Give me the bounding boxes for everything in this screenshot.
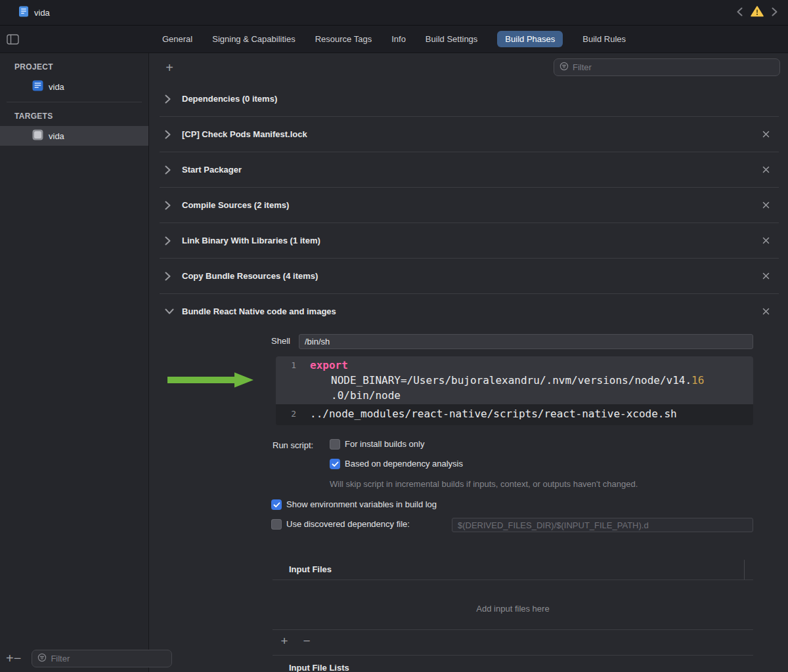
close-icon[interactable] (760, 128, 772, 140)
discovered-dependency-label: Use discovered dependency file: (286, 519, 410, 530)
disclosure-chevron-icon[interactable] (165, 165, 177, 175)
window-title: vida (34, 8, 50, 18)
phase-title: Start Packager (182, 165, 242, 175)
add-target-button[interactable]: + (6, 652, 14, 665)
warning-icon[interactable] (751, 6, 764, 19)
titlebar: vida (0, 0, 788, 26)
phase-row-link-binary[interactable]: Link Binary With Libraries (1 item) (160, 223, 779, 259)
phase-title: Link Binary With Libraries (1 item) (182, 236, 320, 245)
remove-target-button[interactable]: − (14, 652, 22, 665)
add-input-file-button[interactable]: + (278, 635, 291, 648)
build-phases-editor: + Dependencies (0 items) [CP] Check Pods… (149, 53, 788, 672)
phase-row-start-packager[interactable]: Start Packager (160, 152, 779, 188)
tab-info[interactable]: Info (391, 31, 406, 47)
phase-row-copy-bundle-resources[interactable]: Copy Bundle Resources (4 items) (160, 259, 779, 294)
add-build-phase-button[interactable]: + (160, 61, 179, 74)
phases-filter-input[interactable] (573, 62, 774, 72)
section-divider (273, 655, 753, 656)
for-install-builds-row: For install builds only (330, 439, 424, 450)
phase-title: Bundle React Native code and images (182, 306, 336, 316)
close-icon[interactable] (760, 270, 772, 282)
tab-general[interactable]: General (162, 31, 192, 47)
disclosure-chevron-icon[interactable] (165, 94, 177, 104)
close-icon[interactable] (760, 163, 772, 176)
path-token: NODE_BINARY=/Users/bujoralexandru/.nvm/v… (331, 374, 691, 387)
phases-filter-field[interactable] (554, 58, 780, 76)
project-section-header: PROJECT (0, 53, 148, 75)
for-install-builds-label: For install builds only (345, 439, 424, 450)
phase-title: Dependencies (0 items) (182, 94, 277, 104)
dependency-analysis-note: Will skip script in incremental builds i… (330, 479, 638, 489)
project-navigator-sidebar: PROJECT vida TARGETS vida + − (0, 53, 149, 672)
for-install-builds-checkbox[interactable] (330, 439, 340, 450)
document-icon (18, 6, 29, 19)
close-icon[interactable] (760, 199, 772, 211)
line-number: 1 (276, 358, 305, 373)
number-token: 16 (691, 374, 704, 387)
sidebar-item-project-vida[interactable]: vida (0, 77, 148, 96)
tab-build-rules[interactable]: Build Rules (582, 31, 626, 47)
targets-section-header: TARGETS (0, 102, 148, 125)
phase-row-dependencies[interactable]: Dependencies (0 items) (160, 81, 779, 117)
back-chevron-icon[interactable] (737, 7, 743, 18)
shell-path-field[interactable] (299, 334, 753, 349)
script-line-2: 2 ../node_modules/react-native/scripts/r… (276, 404, 753, 425)
discovered-dependency-row: Use discovered dependency file: (271, 519, 410, 530)
filter-icon (559, 62, 569, 73)
close-icon[interactable] (760, 305, 772, 318)
dependency-analysis-checkbox[interactable] (330, 459, 340, 469)
titlebar-right (737, 6, 777, 19)
phase-row-bundle-react-native[interactable]: Bundle React Native code and images (160, 294, 779, 329)
path-token: ../node_modules/react-native/scripts/rea… (310, 408, 677, 420)
disclosure-chevron-icon[interactable] (165, 272, 177, 281)
xcode-window: vida General Signing & Capabilities Reso… (0, 0, 788, 672)
project-item-label: vida (49, 82, 64, 92)
discovered-dependency-checkbox[interactable] (271, 519, 282, 530)
phase-title: [CP] Check Pods Manifest.lock (182, 129, 307, 139)
phase-title: Compile Sources (2 items) (182, 200, 289, 210)
annotation-arrow-icon (167, 372, 254, 390)
script-line-1-text: export NODE_BINARY=/Users/bujoralexandru… (305, 358, 704, 403)
tab-build-settings[interactable]: Build Settings (426, 31, 478, 47)
run-script-phase-body: Shell 1 export NODE_BINARY=/Users/bujora… (160, 329, 779, 672)
show-env-vars-label: Show environment variables in build log (286, 499, 437, 510)
input-files-bottom-divider (273, 629, 753, 630)
discovered-dependency-file-field[interactable] (452, 518, 753, 532)
disclosure-chevron-down-icon[interactable] (165, 308, 177, 314)
show-env-vars-checkbox[interactable] (271, 499, 282, 510)
remove-input-file-button[interactable]: − (300, 635, 313, 648)
project-editor-tabs: General Signing & Capabilities Resource … (0, 31, 788, 47)
phase-row-check-pods-manifest[interactable]: [CP] Check Pods Manifest.lock (160, 117, 779, 152)
window-body: PROJECT vida TARGETS vida + − (0, 53, 788, 672)
sidebar-filter-field[interactable] (32, 650, 172, 667)
show-env-vars-row: Show environment variables in build log (271, 499, 437, 510)
sidebar-item-target-vida[interactable]: vida (0, 126, 148, 146)
input-file-lists-header: Input File Lists (289, 663, 349, 672)
tab-signing-capabilities[interactable]: Signing & Capabilities (212, 31, 295, 47)
input-files-table-edge (744, 560, 745, 579)
phase-title: Copy Bundle Resources (4 items) (182, 271, 318, 281)
path-token: .0/bin/node (331, 389, 401, 402)
script-line-1: 1 export NODE_BINARY=/Users/bujoralexand… (276, 356, 753, 404)
build-phase-list: Dependencies (0 items) [CP] Check Pods M… (160, 81, 779, 672)
forward-chevron-icon[interactable] (772, 7, 777, 18)
disclosure-chevron-icon[interactable] (165, 236, 177, 245)
disclosure-chevron-icon[interactable] (165, 130, 177, 139)
input-files-divider (273, 579, 753, 580)
titlebar-left: vida (18, 6, 50, 19)
project-icon (32, 80, 43, 93)
script-line-2-text: ../node_modules/react-native/scripts/rea… (305, 406, 677, 421)
keyword-token: export (310, 359, 348, 371)
tab-resource-tags[interactable]: Resource Tags (315, 31, 372, 47)
input-files-empty-text: Add input files here (273, 604, 753, 614)
tab-build-phases[interactable]: Build Phases (497, 31, 563, 47)
close-icon[interactable] (760, 234, 772, 247)
sidebar-footer: + − (0, 644, 148, 672)
phase-row-compile-sources[interactable]: Compile Sources (2 items) (160, 188, 779, 223)
sidebar-filter-input[interactable] (51, 654, 166, 663)
editor-tabbar: General Signing & Capabilities Resource … (0, 26, 788, 53)
dependency-analysis-row: Based on dependency analysis (330, 459, 463, 469)
input-files-table-buttons: + − (278, 635, 313, 648)
shell-script-editor[interactable]: 1 export NODE_BINARY=/Users/bujoralexand… (276, 356, 753, 425)
disclosure-chevron-icon[interactable] (165, 201, 177, 210)
